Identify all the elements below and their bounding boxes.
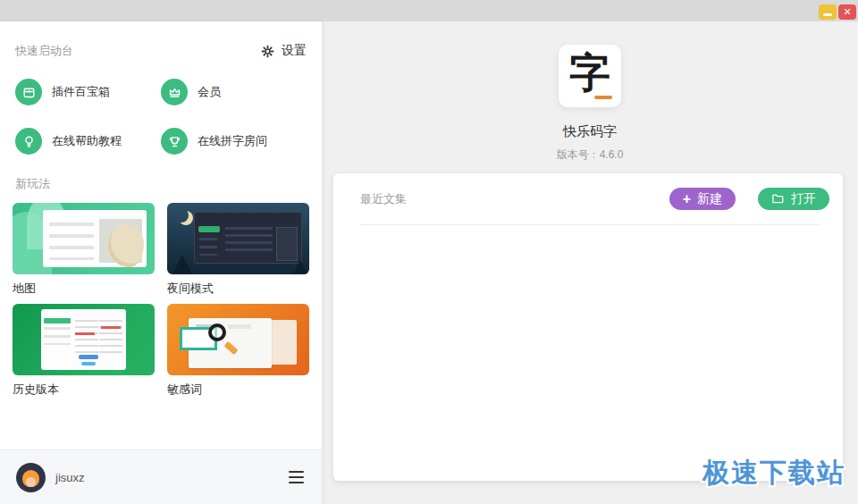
quick-item-plugin-box[interactable]: 插件百宝箱 — [15, 79, 161, 105]
quick-launch-grid: 插件百宝箱 会员 — [13, 79, 309, 155]
menu-icon[interactable] — [287, 467, 306, 488]
watermark: 极速下载站 — [702, 455, 845, 491]
new-collection-button[interactable]: + 新建 — [669, 188, 736, 210]
window-body: 快速启动台 设置 — [0, 21, 858, 504]
recent-collections-empty-area — [333, 225, 843, 481]
quick-item-member[interactable]: 会员 — [161, 79, 307, 105]
card-header: 最近文集 + 新建 打开 — [333, 173, 843, 224]
plus-icon: + — [683, 192, 691, 206]
feature-history-versions[interactable]: 历史版本 — [13, 304, 155, 398]
new-features-title: 新玩法 — [13, 176, 309, 192]
quick-item-help[interactable]: 在线帮助教程 — [15, 128, 161, 155]
magnifier-icon — [208, 323, 226, 341]
treasure-box-icon — [15, 79, 42, 105]
open-button-label: 打开 — [791, 191, 816, 207]
settings-button[interactable]: 设置 — [261, 43, 307, 59]
settings-label: 设置 — [282, 43, 307, 59]
night-mode-thumbnail — [167, 203, 309, 274]
quick-item-label: 在线帮助教程 — [52, 133, 122, 149]
feature-label: 敏感词 — [167, 382, 309, 398]
quick-item-label: 在线拼字房间 — [198, 133, 267, 149]
lightbulb-icon — [15, 128, 42, 155]
user-name: jisuxz — [55, 471, 85, 484]
feature-label: 历史版本 — [13, 382, 155, 398]
sidebar-header: 快速启动台 设置 — [13, 43, 309, 59]
quick-item-label: 插件百宝箱 — [52, 84, 110, 100]
card-actions: + 新建 打开 — [669, 188, 829, 210]
titlebar[interactable]: ✕ — [0, 0, 858, 21]
feature-night-mode[interactable]: 夜间模式 — [167, 203, 309, 297]
main-panel: 字 快乐码字 版本号：4.6.0 最近文集 + 新建 — [322, 21, 858, 504]
sensitive-words-thumbnail — [167, 304, 309, 375]
recent-collections-title: 最近文集 — [360, 191, 407, 207]
close-button[interactable]: ✕ — [838, 4, 856, 20]
app-version: 版本号：4.6.0 — [557, 147, 624, 163]
sidebar: 快速启动台 设置 — [0, 21, 322, 504]
crown-icon — [161, 79, 188, 105]
open-collection-button[interactable]: 打开 — [758, 188, 829, 210]
minimize-button[interactable] — [819, 4, 837, 20]
window-controls: ✕ — [819, 4, 856, 20]
app-title: 快乐码字 — [563, 123, 617, 140]
map-thumbnail — [13, 203, 155, 274]
quick-item-label: 会员 — [198, 84, 221, 100]
feature-map[interactable]: 地图 — [13, 203, 155, 297]
app-window: ✕ 快速启动台 设置 — [0, 0, 858, 504]
app-logo: 字 — [559, 45, 621, 107]
moon-icon — [174, 208, 189, 223]
folder-icon — [771, 192, 785, 206]
user-bar: jisuxz — [0, 449, 322, 504]
close-icon: ✕ — [843, 7, 851, 17]
user-avatar[interactable] — [16, 463, 46, 492]
quick-launch-title: 快速启动台 — [15, 43, 73, 59]
app-logo-dash — [594, 96, 612, 99]
minimize-icon — [823, 13, 832, 16]
feature-label: 夜间模式 — [167, 281, 309, 297]
recent-collections-card: 最近文集 + 新建 打开 — [333, 173, 843, 481]
history-versions-thumbnail — [13, 304, 155, 375]
app-logo-glyph: 字 — [569, 46, 610, 101]
quick-item-spelling-room[interactable]: 在线拼字房间 — [161, 128, 307, 155]
feature-sensitive-words[interactable]: 敏感词 — [167, 304, 309, 398]
new-button-label: 新建 — [697, 191, 722, 207]
gear-icon — [261, 45, 274, 58]
feature-grid: 地图 夜间模式 — [13, 203, 309, 398]
trophy-icon — [161, 128, 188, 155]
feature-label: 地图 — [13, 281, 155, 297]
